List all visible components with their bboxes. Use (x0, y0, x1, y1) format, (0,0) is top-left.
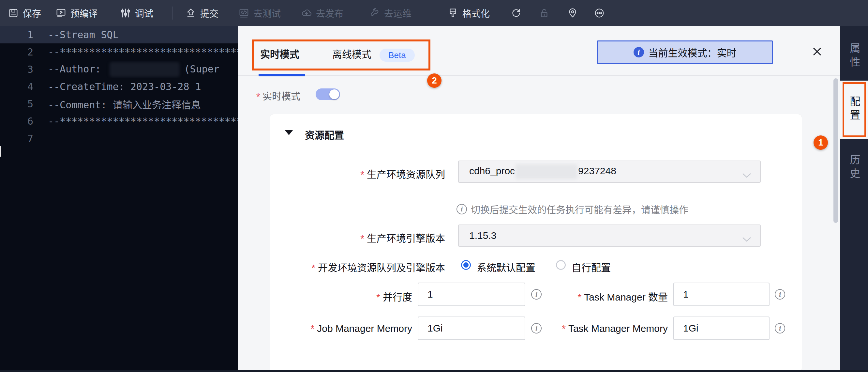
go-ops-label: 去运维 (384, 6, 411, 20)
go-test-button[interactable]: 去测试 (238, 0, 281, 26)
unlock-icon (539, 7, 550, 19)
code-line: 3 --Author:(Super (0, 61, 238, 78)
location-button[interactable] (567, 0, 578, 26)
debug-label: 调试 (135, 6, 153, 20)
line-number: 3 (0, 64, 33, 75)
jm-memory-input[interactable]: 1Gi (418, 317, 525, 340)
debug-button[interactable]: 调试 (120, 0, 153, 26)
more-button[interactable] (594, 0, 605, 26)
precompile-icon (56, 7, 66, 19)
parallelism-label: *并行度 (293, 289, 412, 304)
radio-system-default-label[interactable]: 系统默认配置 (477, 260, 535, 274)
realtime-mode-toggle[interactable] (316, 88, 340, 100)
radio-custom-config-label[interactable]: 自行配置 (571, 260, 611, 274)
line-number: 6 (0, 116, 33, 127)
close-button[interactable] (811, 45, 824, 58)
go-publish-button[interactable]: 去发布 (301, 0, 343, 26)
precompile-label: 预编译 (70, 6, 98, 20)
go-ops-button[interactable]: 去运维 (369, 0, 411, 26)
submit-button[interactable]: 提交 (185, 0, 218, 26)
code-screen-icon (238, 7, 249, 19)
jm-memory-label: *Job Manager Memory (287, 323, 412, 334)
toggle-knob (329, 89, 339, 99)
close-icon (811, 54, 824, 59)
code-line: 2 --************************************… (0, 44, 238, 61)
annotation-rect-config-tab (843, 82, 866, 137)
location-pin-icon (567, 7, 578, 19)
code-text: --Comment: 请输入业务注释信息 (48, 97, 201, 111)
tm-count-input[interactable]: 1 (673, 283, 770, 306)
code-line: 1 --Stream SQL (0, 26, 238, 44)
required-mark: * (256, 91, 260, 102)
side-tab-strip (840, 26, 868, 372)
code-text: --CreateTime: 2023-03-28 1 (48, 81, 201, 92)
radio-custom-config[interactable] (556, 260, 566, 270)
save-label: 保存 (23, 6, 41, 20)
prod-queue-value: cdh6_proc9237248 (469, 164, 616, 179)
code-text: --Author:(Super (48, 62, 219, 77)
prod-queue-label: *生产环境资源队列 (271, 166, 445, 181)
radio-system-default[interactable] (461, 260, 471, 270)
wrench-icon (369, 7, 380, 19)
go-publish-label: 去发布 (316, 6, 343, 20)
info-circle-icon[interactable]: i (775, 289, 785, 299)
effective-mode-banner[interactable]: i 当前生效模式：实时 (597, 40, 773, 64)
panel-scrollbar[interactable] (833, 78, 838, 223)
realtime-mode-label: *实时模式 (256, 89, 300, 103)
code-line: 7 (0, 130, 238, 147)
dev-env-label: *开发环境资源队列及引擎版本 (271, 260, 445, 274)
annotation-badge-2: 2 (427, 74, 441, 88)
code-text: --**************************************… (48, 46, 238, 58)
debug-icon (120, 7, 131, 19)
section-title: 资源配置 (305, 127, 344, 142)
active-tab-underline (258, 74, 305, 76)
annotation-rect-tabs (252, 39, 430, 70)
toolbar: 保存 预编译 调试 提交 去测试 (0, 0, 868, 26)
format-brush-icon (447, 7, 459, 19)
chevron-down-icon (742, 234, 752, 245)
parallelism-input[interactable]: 1 (418, 283, 525, 306)
redacted-author (110, 62, 180, 77)
queue-switch-hint: i 切换后提交生效的任务执行可能有差异，请谨慎操作 (457, 202, 688, 216)
code-text: --**************************************… (48, 116, 238, 127)
format-label: 格式化 (462, 6, 490, 20)
redacted-queue-id (516, 164, 578, 179)
submit-label: 提交 (200, 6, 218, 20)
save-icon (8, 7, 19, 19)
submit-icon (185, 7, 196, 19)
tm-count-label: *Task Manager 数量 (522, 289, 668, 304)
annotation-badge-1: 1 (813, 136, 828, 150)
collapse-triangle-icon[interactable] (285, 130, 293, 135)
toolbar-divider (172, 6, 173, 20)
go-test-label: 去测试 (253, 6, 281, 20)
save-button[interactable]: 保存 (8, 0, 41, 26)
bottom-edge (0, 370, 868, 372)
info-circle-icon: i (457, 204, 467, 214)
refresh-icon (510, 7, 521, 19)
line-number: 1 (0, 29, 33, 40)
cloud-upload-icon (301, 7, 312, 19)
side-tab-properties[interactable]: 属性 (840, 38, 868, 75)
side-tab-history[interactable]: 历史 (840, 150, 868, 186)
toolbar-divider (434, 6, 434, 20)
line-number: 7 (0, 133, 33, 144)
line-number: 4 (0, 81, 33, 92)
format-button[interactable]: 格式化 (447, 0, 490, 26)
code-line: 6 --************************************… (0, 113, 238, 130)
tm-memory-input[interactable]: 1Gi (673, 317, 770, 340)
info-circle-icon[interactable]: i (775, 323, 785, 334)
info-icon: i (633, 47, 644, 57)
engine-version-label: *生产环境引擎版本 (271, 230, 445, 245)
engine-version-select[interactable]: 1.15.3 (458, 225, 761, 247)
code-editor[interactable]: 1 --Stream SQL 2 --*********************… (0, 26, 238, 372)
refresh-button[interactable] (510, 0, 521, 26)
precompile-button[interactable]: 预编译 (56, 0, 98, 26)
prod-queue-select[interactable]: cdh6_proc9237248 (458, 161, 761, 183)
lock-button[interactable] (539, 0, 550, 26)
more-ellipsis-icon (594, 7, 605, 19)
line-number: 2 (0, 46, 33, 58)
code-text: --Stream SQL (48, 29, 119, 40)
app-window: 保存 预编译 调试 提交 去测试 (0, 0, 868, 372)
text-cursor (0, 146, 1, 156)
hint-text: 切换后提交生效的任务执行可能有差异，请谨慎操作 (471, 202, 688, 216)
